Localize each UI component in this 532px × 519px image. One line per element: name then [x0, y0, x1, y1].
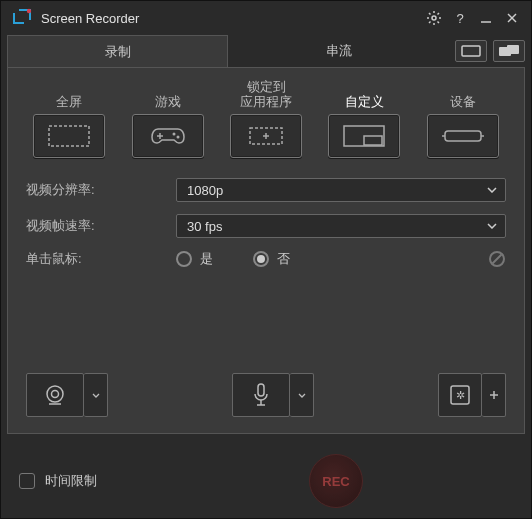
mode-lockapp-label: 锁定到 应用程序	[240, 78, 292, 110]
radio-circle-icon	[253, 251, 269, 267]
gamepad-icon	[132, 114, 204, 158]
overlay-group: ✲	[438, 373, 506, 417]
mode-lockapp[interactable]: 锁定到 应用程序	[223, 78, 309, 158]
webcam-dropdown[interactable]	[84, 373, 108, 417]
svg-line-6	[429, 13, 431, 15]
radio-circle-icon	[176, 251, 192, 267]
mic-button[interactable]	[232, 373, 290, 417]
mode-selector: 全屏 游戏 锁定到 应用程序 自定义	[26, 78, 506, 158]
resolution-value: 1080p	[187, 183, 223, 198]
custom-icon	[328, 114, 400, 158]
radio-yes-label: 是	[200, 250, 213, 268]
overlay-button[interactable]: ✲	[438, 373, 482, 417]
radio-yes[interactable]: 是	[176, 250, 213, 268]
tabbar: 录制 串流	[1, 35, 531, 67]
mode-device[interactable]: 设备	[420, 78, 506, 158]
tabbar-right	[449, 35, 525, 67]
minimize-icon[interactable]	[473, 5, 499, 31]
device-bar: ✲	[26, 373, 506, 417]
chevron-down-icon	[487, 223, 497, 229]
record-button[interactable]: REC	[309, 454, 363, 508]
svg-line-8	[429, 22, 431, 24]
svg-point-32	[47, 386, 63, 402]
overlay-add[interactable]	[482, 373, 506, 417]
mouseclick-radios: 是 否	[176, 250, 506, 268]
webcam-group	[26, 373, 108, 417]
tab-stream[interactable]: 串流	[228, 35, 449, 67]
device-icon	[427, 114, 499, 158]
chevron-down-icon	[487, 187, 497, 193]
svg-rect-17	[49, 126, 89, 146]
svg-point-33	[52, 391, 59, 398]
close-icon[interactable]	[499, 5, 525, 31]
settings-panel: 视频分辨率: 1080p 视频帧速率: 30 fps 单击鼠标:	[26, 178, 506, 268]
row-resolution: 视频分辨率: 1080p	[26, 178, 506, 202]
titlebar: Screen Recorder ?	[1, 1, 531, 35]
fullscreen-icon	[33, 114, 105, 158]
resolution-label: 视频分辨率:	[26, 181, 176, 199]
settings-icon[interactable]	[421, 5, 447, 31]
tab-record[interactable]: 录制	[7, 35, 228, 67]
app-icon	[11, 7, 33, 29]
mode-game[interactable]: 游戏	[124, 78, 210, 158]
svg-point-21	[176, 136, 179, 139]
svg-rect-27	[445, 131, 481, 141]
webcam-button[interactable]	[26, 373, 84, 417]
mic-dropdown[interactable]	[290, 373, 314, 417]
radio-no-label: 否	[277, 250, 290, 268]
blocked-icon	[488, 250, 506, 268]
svg-text:?: ?	[456, 11, 463, 25]
resolution-dropdown[interactable]: 1080p	[176, 178, 506, 202]
spacer	[116, 373, 224, 417]
radio-no[interactable]: 否	[253, 250, 290, 268]
mode-device-label: 设备	[450, 78, 476, 110]
svg-line-31	[493, 255, 502, 264]
tab-stream-label: 串流	[326, 42, 352, 60]
svg-text:✲: ✲	[456, 389, 465, 401]
svg-point-20	[172, 133, 175, 136]
svg-rect-26	[364, 136, 382, 145]
svg-line-9	[438, 13, 440, 15]
row-mouseclick: 单击鼠标: 是 否	[26, 250, 506, 268]
framerate-value: 30 fps	[187, 219, 222, 234]
multi-monitor-button[interactable]	[493, 40, 525, 62]
timelimit-label: 时间限制	[45, 472, 97, 490]
record-button-label: REC	[322, 474, 349, 489]
svg-line-7	[438, 22, 440, 24]
lockapp-icon	[230, 114, 302, 158]
svg-point-1	[432, 16, 436, 20]
mode-fullscreen-label: 全屏	[56, 78, 82, 110]
timelimit-checkbox[interactable]	[19, 473, 35, 489]
mode-custom-label: 自定义	[345, 78, 384, 110]
tab-record-label: 录制	[105, 43, 131, 61]
app-window: Screen Recorder ? 录制 串流 全屏	[0, 0, 532, 519]
footer: 时间限制 REC	[1, 440, 531, 518]
spacer	[26, 268, 506, 359]
mic-group	[232, 373, 314, 417]
mouseclick-label: 单击鼠标:	[26, 250, 176, 268]
mode-fullscreen[interactable]: 全屏	[26, 78, 112, 158]
svg-rect-16	[507, 45, 519, 54]
framerate-label: 视频帧速率:	[26, 217, 176, 235]
help-icon[interactable]: ?	[447, 5, 473, 31]
app-title: Screen Recorder	[41, 11, 421, 26]
content-panel: 全屏 游戏 锁定到 应用程序 自定义	[7, 67, 525, 434]
row-framerate: 视频帧速率: 30 fps	[26, 214, 506, 238]
svg-rect-34	[258, 384, 264, 396]
mode-custom[interactable]: 自定义	[321, 78, 407, 158]
svg-point-0	[27, 9, 31, 13]
monitor-switch-button[interactable]	[455, 40, 487, 62]
framerate-dropdown[interactable]: 30 fps	[176, 214, 506, 238]
mode-game-label: 游戏	[155, 78, 181, 110]
svg-rect-14	[462, 46, 480, 56]
spacer	[322, 373, 430, 417]
